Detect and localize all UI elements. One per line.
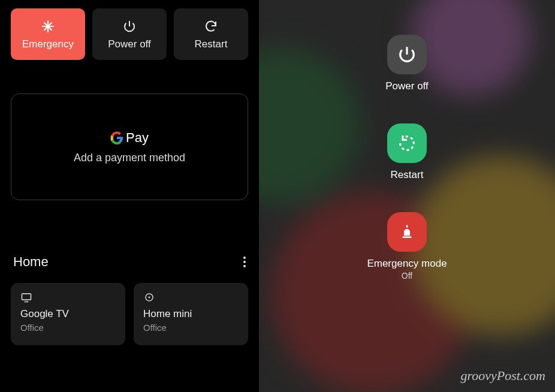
emergency-mode-item[interactable]: Emergency mode Off <box>367 212 447 281</box>
power-off-label: Power off <box>108 38 151 50</box>
google-g-icon <box>110 131 123 144</box>
home-section-header: Home <box>11 254 248 270</box>
watermark: groovyPost.com <box>460 368 545 384</box>
home-title: Home <box>13 254 49 270</box>
emergency-label: Emergency <box>22 38 74 50</box>
power-icon <box>387 35 427 74</box>
device-location: Office <box>143 322 239 333</box>
more-options-icon[interactable] <box>243 257 246 267</box>
device-cards-row: Google TV Office Home mini Office <box>11 283 248 345</box>
gpay-subtitle: Add a payment method <box>74 152 185 164</box>
device-card-home-mini[interactable]: Home mini Office <box>134 283 248 345</box>
restart-icon <box>387 123 427 163</box>
restart-item[interactable]: Restart <box>387 123 427 181</box>
restart-icon <box>203 18 219 35</box>
power-off-label: Power off <box>385 80 429 92</box>
device-name: Home mini <box>143 308 239 320</box>
device-name: Google TV <box>20 308 116 320</box>
power-off-item[interactable]: Power off <box>385 35 429 92</box>
power-off-button[interactable]: Power off <box>92 8 167 60</box>
power-menu-items: Power off Restart Emergency mode Off <box>259 0 555 392</box>
gpay-brand-text: Pay <box>126 130 149 146</box>
power-menu-top-row: Emergency Power off Restart <box>11 8 248 60</box>
emergency-mode-status: Off <box>402 271 412 281</box>
svg-point-2 <box>149 297 150 298</box>
samsung-power-menu: Power off Restart Emergency mode Off gro… <box>259 0 555 392</box>
emergency-icon <box>387 212 427 252</box>
pixel-power-menu: Emergency Power off Restart <box>0 0 259 392</box>
emergency-mode-label: Emergency mode <box>367 258 447 270</box>
device-card-google-tv[interactable]: Google TV Office <box>11 283 125 345</box>
medical-icon <box>40 18 56 35</box>
emergency-button[interactable]: Emergency <box>11 8 85 60</box>
restart-label: Restart <box>195 38 228 50</box>
svg-rect-0 <box>22 294 31 300</box>
google-pay-logo: Pay <box>110 130 149 146</box>
restart-button[interactable]: Restart <box>174 8 248 60</box>
speaker-icon <box>143 291 155 303</box>
tv-icon <box>20 291 32 303</box>
device-location: Office <box>20 322 116 333</box>
restart-label: Restart <box>391 169 424 181</box>
google-pay-card[interactable]: Pay Add a payment method <box>11 94 248 200</box>
power-icon <box>121 18 138 35</box>
